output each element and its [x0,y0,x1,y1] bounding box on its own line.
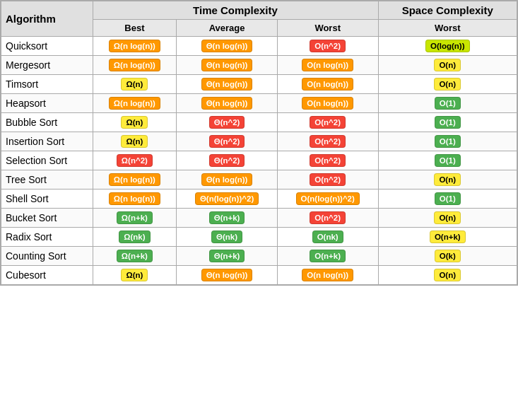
worst-space-cell: O(n+k) [378,228,517,247]
time-complexity-header: Time Complexity [93,1,378,20]
average-cell: Θ(n^2) [177,151,278,170]
algorithm-name: Mergesort [1,56,93,75]
average-cell: Θ(n+k) [177,209,278,228]
best-cell: Ω(n log(n)) [93,37,177,56]
worst-space-cell: O(1) [378,132,517,151]
algorithm-header: Algorithm [1,1,93,37]
algorithm-name: Heapsort [1,94,93,113]
average-cell: Θ(nk) [177,228,278,247]
worst-time-cell: O(n log(n)) [277,266,378,286]
worst-time-cell: O(n^2) [277,132,378,151]
average-cell: Θ(n^2) [177,113,278,132]
average-subheader: Average [177,20,278,37]
worst-space-cell: O(n) [378,75,517,94]
algorithm-name: Cubesort [1,266,93,286]
average-cell: Θ(n log(n)) [177,37,278,56]
average-cell: Θ(n log(n)) [177,75,278,94]
algorithm-name: Radix Sort [1,228,93,247]
algorithm-name: Counting Sort [1,247,93,266]
average-cell: Θ(n^2) [177,132,278,151]
worst-space-cell: O(1) [378,94,517,113]
best-cell: Ω(n) [93,266,177,286]
table-row: Shell SortΩ(n log(n))Θ(n(log(n))^2)O(n(l… [1,189,517,209]
worst-time-cell: O(n log(n)) [277,56,378,75]
algorithm-name: Timsort [1,75,93,94]
best-cell: Ω(n+k) [93,247,177,266]
worst-time-cell: O(n^2) [277,113,378,132]
worst-time-cell: O(n^2) [277,170,378,189]
table-row: HeapsortΩ(n log(n))Θ(n log(n))O(n log(n)… [1,94,517,113]
table-row: Insertion SortΩ(n)Θ(n^2)O(n^2)O(1) [1,132,517,151]
worst-space-cell: O(n) [378,266,517,286]
best-cell: Ω(n^2) [93,151,177,170]
worst-time-cell: O(nk) [277,228,378,247]
worst-time-cell: O(n+k) [277,247,378,266]
worst-time-cell: O(n^2) [277,151,378,170]
worst-time-subheader: Worst [277,20,378,37]
algorithm-name: Bubble Sort [1,113,93,132]
algorithm-name: Quicksort [1,37,93,56]
worst-time-cell: O(n^2) [277,209,378,228]
best-cell: Ω(n log(n)) [93,189,177,209]
table-row: Tree SortΩ(n log(n))Θ(n log(n))O(n^2)O(n… [1,170,517,189]
best-cell: Ω(nk) [93,228,177,247]
worst-time-cell: O(n log(n)) [277,94,378,113]
best-cell: Ω(n) [93,132,177,151]
table-row: Bubble SortΩ(n)Θ(n^2)O(n^2)O(1) [1,113,517,132]
best-cell: Ω(n+k) [93,209,177,228]
best-cell: Ω(n log(n)) [93,56,177,75]
table-row: CubesortΩ(n)Θ(n log(n))O(n log(n))O(n) [1,266,517,286]
complexity-table: Algorithm Time Complexity Space Complexi… [0,0,518,286]
worst-space-cell: O(1) [378,189,517,209]
algorithm-name: Shell Sort [1,189,93,209]
table-row: MergesortΩ(n log(n))Θ(n log(n))O(n log(n… [1,56,517,75]
average-cell: Θ(n log(n)) [177,266,278,286]
table-row: Radix SortΩ(nk)Θ(nk)O(nk)O(n+k) [1,228,517,247]
average-cell: Θ(n+k) [177,247,278,266]
worst-space-subheader: Worst [378,20,517,37]
worst-time-cell: O(n^2) [277,37,378,56]
table-row: TimsortΩ(n)Θ(n log(n))O(n log(n))O(n) [1,75,517,94]
average-cell: Θ(n(log(n))^2) [177,189,278,209]
worst-space-cell: O(k) [378,247,517,266]
algorithm-name: Selection Sort [1,151,93,170]
best-cell: Ω(n log(n)) [93,94,177,113]
worst-space-cell: O(1) [378,113,517,132]
table-row: Selection SortΩ(n^2)Θ(n^2)O(n^2)O(1) [1,151,517,170]
best-subheader: Best [93,20,177,37]
table-row: Bucket SortΩ(n+k)Θ(n+k)O(n^2)O(n) [1,209,517,228]
table-row: Counting SortΩ(n+k)Θ(n+k)O(n+k)O(k) [1,247,517,266]
worst-time-cell: O(n log(n)) [277,75,378,94]
average-cell: Θ(n log(n)) [177,94,278,113]
best-cell: Ω(n log(n)) [93,170,177,189]
best-cell: Ω(n) [93,75,177,94]
worst-space-cell: O(1) [378,151,517,170]
average-cell: Θ(n log(n)) [177,56,278,75]
worst-space-cell: O(n) [378,209,517,228]
worst-space-cell: O(n) [378,170,517,189]
worst-time-cell: O(n(log(n))^2) [277,189,378,209]
table-row: QuicksortΩ(n log(n))Θ(n log(n))O(n^2)O(l… [1,37,517,56]
algorithm-name: Bucket Sort [1,209,93,228]
worst-space-cell: O(log(n)) [378,37,517,56]
best-cell: Ω(n) [93,113,177,132]
space-complexity-header: Space Complexity [378,1,517,20]
worst-space-cell: O(n) [378,56,517,75]
algorithm-name: Insertion Sort [1,132,93,151]
average-cell: Θ(n log(n)) [177,170,278,189]
algorithm-name: Tree Sort [1,170,93,189]
